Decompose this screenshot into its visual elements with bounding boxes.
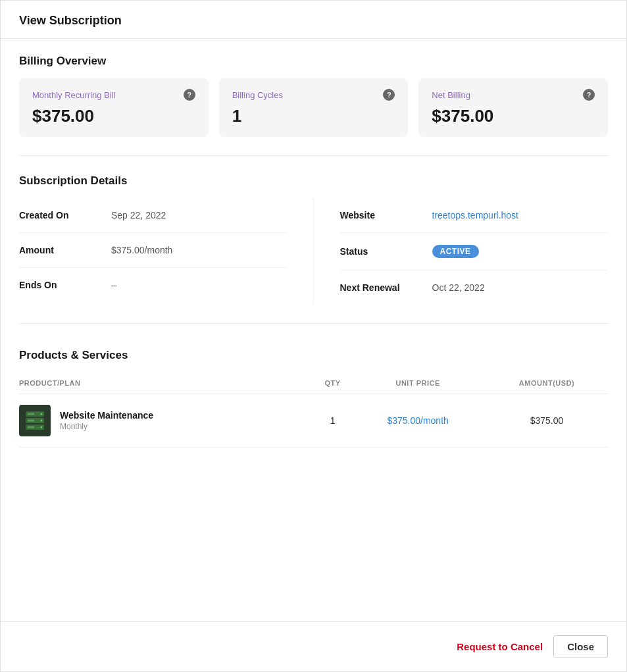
product-info: Website Maintenance Monthly	[19, 405, 315, 436]
divider-1	[19, 155, 608, 156]
card-header-nb: Net Billing ?	[432, 89, 595, 101]
created-on-value: Sep 22, 2022	[111, 210, 166, 220]
website-value[interactable]: treetops.tempurl.host	[432, 210, 519, 220]
ends-on-row: Ends On –	[19, 268, 287, 302]
modal-body: Billing Overview Monthly Recurring Bill …	[1, 39, 626, 621]
subscription-details-title: Subscription Details	[19, 174, 608, 188]
bc-label: Billing Cycles	[232, 90, 283, 100]
subscription-details-section: Subscription Details Created On Sep 22, …	[19, 174, 608, 305]
mrb-value: $375.00	[32, 106, 195, 126]
details-right-col: Website treetops.tempurl.host Status ACT…	[314, 198, 609, 305]
products-services-title: Products & Services	[19, 349, 608, 362]
svg-point-5	[41, 426, 43, 428]
product-icon	[19, 405, 51, 436]
bc-help-icon[interactable]: ?	[383, 89, 395, 101]
status-badge: ACTIVE	[432, 245, 479, 258]
details-grid: Created On Sep 22, 2022 Amount $375.00/m…	[19, 198, 608, 305]
unit-price-value: $375.00/month	[387, 415, 448, 426]
product-cell: Website Maintenance Monthly	[19, 394, 315, 448]
mrb-help-icon[interactable]: ?	[184, 89, 195, 101]
created-on-row: Created On Sep 22, 2022	[19, 198, 287, 233]
product-text: Website Maintenance Monthly	[60, 410, 153, 431]
table-row: Website Maintenance Monthly 1 $375.00/mo…	[19, 394, 608, 448]
card-header-bc: Billing Cycles ?	[232, 89, 395, 101]
modal-header: View Subscription	[1, 1, 626, 39]
nb-help-icon[interactable]: ?	[583, 89, 595, 101]
modal-title: View Subscription	[19, 14, 608, 28]
net-billing-card: Net Billing ? $375.00	[418, 78, 608, 137]
col-unit-price: UNIT PRICE	[350, 373, 486, 394]
card-header-mrb: Monthly Recurring Bill ?	[32, 89, 195, 101]
created-on-label: Created On	[19, 210, 111, 220]
nb-value: $375.00	[432, 106, 595, 126]
amount-row: Amount $375.00/month	[19, 233, 287, 268]
svg-point-3	[41, 413, 43, 415]
next-renewal-row: Next Renewal Oct 22, 2022	[340, 271, 609, 305]
details-left-col: Created On Sep 22, 2022 Amount $375.00/m…	[19, 198, 314, 305]
billing-overview-section: Billing Overview Monthly Recurring Bill …	[19, 55, 608, 137]
billing-cycles-card: Billing Cycles ? 1	[219, 78, 409, 137]
nb-label: Net Billing	[432, 90, 470, 100]
unit-price-cell: $375.00/month	[350, 394, 486, 448]
products-services-section: Products & Services PRODUCT/PLAN QTY UNI…	[19, 349, 608, 448]
col-product-plan: PRODUCT/PLAN	[19, 373, 315, 394]
col-qty: QTY	[315, 373, 350, 394]
next-renewal-value: Oct 22, 2022	[432, 282, 485, 293]
ends-on-label: Ends On	[19, 280, 111, 290]
products-table: PRODUCT/PLAN QTY UNIT PRICE AMOUNT(USD)	[19, 373, 608, 448]
billing-overview-title: Billing Overview	[19, 55, 608, 68]
billing-cards: Monthly Recurring Bill ? $375.00 Billing…	[19, 78, 608, 137]
mrb-label: Monthly Recurring Bill	[32, 90, 115, 100]
next-renewal-label: Next Renewal	[340, 282, 432, 293]
bc-value: 1	[232, 106, 395, 126]
products-table-body: Website Maintenance Monthly 1 $375.00/mo…	[19, 394, 608, 448]
status-label: Status	[340, 246, 432, 257]
svg-point-4	[41, 420, 43, 422]
amount-label: Amount	[19, 245, 111, 255]
col-amount: AMOUNT(USD)	[486, 373, 608, 394]
svg-rect-8	[28, 426, 34, 428]
server-icon	[23, 409, 47, 432]
divider-2	[19, 323, 608, 324]
view-subscription-modal: View Subscription Billing Overview Month…	[0, 0, 627, 672]
svg-rect-7	[28, 420, 34, 422]
amount-value: $375.00/month	[111, 245, 172, 255]
amount-cell: $375.00	[486, 394, 608, 448]
product-plan: Monthly	[60, 422, 153, 431]
svg-rect-6	[28, 413, 34, 415]
website-row: Website treetops.tempurl.host	[340, 198, 609, 233]
status-row: Status ACTIVE	[340, 233, 609, 271]
modal-footer: Request to Cancel Close	[1, 621, 626, 671]
close-button[interactable]: Close	[553, 635, 608, 658]
website-label: Website	[340, 210, 432, 220]
product-name: Website Maintenance	[60, 410, 153, 421]
products-table-header-row: PRODUCT/PLAN QTY UNIT PRICE AMOUNT(USD)	[19, 373, 608, 394]
ends-on-value: –	[111, 280, 116, 290]
qty-cell: 1	[315, 394, 350, 448]
products-table-head: PRODUCT/PLAN QTY UNIT PRICE AMOUNT(USD)	[19, 373, 608, 394]
request-to-cancel-button[interactable]: Request to Cancel	[454, 636, 545, 658]
monthly-recurring-card: Monthly Recurring Bill ? $375.00	[19, 78, 209, 137]
